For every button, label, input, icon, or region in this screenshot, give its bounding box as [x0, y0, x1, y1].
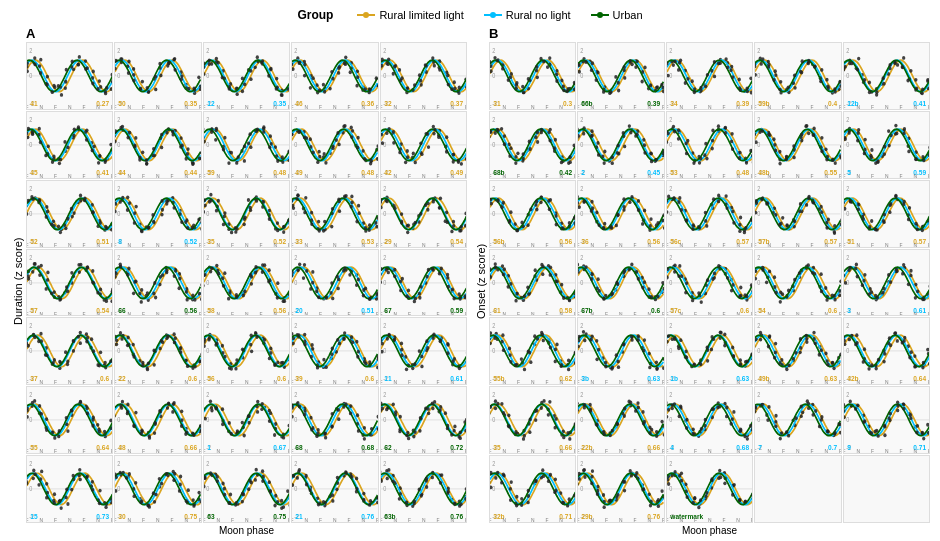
svg-text:39: 39 [295, 375, 302, 384]
svg-point-1780 [147, 504, 150, 508]
svg-text:2: 2 [669, 392, 672, 398]
svg-text:52: 52 [30, 238, 37, 247]
svg-point-210 [309, 86, 312, 90]
svg-point-549 [419, 141, 422, 145]
svg-point-328 [85, 138, 88, 142]
svg-point-608 [83, 198, 86, 202]
svg-point-1728 [86, 475, 89, 479]
svg-text:N: N [305, 310, 309, 315]
svg-text:N: N [559, 172, 563, 177]
svg-point-748 [350, 194, 353, 198]
svg-point-2380 [684, 141, 687, 145]
svg-point-3560 [801, 411, 804, 415]
svg-point-3521 [729, 422, 732, 426]
svg-point-492 [323, 152, 326, 156]
svg-point-1779 [140, 500, 143, 504]
svg-text:F: F [662, 241, 664, 246]
svg-point-911 [140, 288, 143, 292]
svg-point-2168 [761, 57, 764, 61]
svg-point-986 [263, 263, 266, 267]
svg-point-1531 [256, 410, 259, 414]
svg-point-3345 [854, 343, 857, 347]
svg-point-3437 [642, 410, 645, 414]
svg-point-3074 [913, 296, 916, 300]
svg-point-3183 [631, 335, 634, 339]
svg-point-379 [139, 156, 142, 160]
svg-point-3616 [887, 417, 890, 421]
svg-text:N: N [39, 310, 43, 315]
svg-point-3212 [723, 333, 726, 337]
svg-point-2269 [514, 155, 517, 159]
svg-point-3556 [774, 420, 777, 424]
svg-point-2829 [516, 291, 519, 295]
svg-text:N: N [619, 448, 623, 453]
svg-point-1115 [458, 296, 461, 300]
svg-point-1529 [242, 434, 245, 438]
svg-text:N: N [502, 379, 506, 384]
svg-point-1674 [450, 433, 453, 437]
svg-point-1278 [249, 334, 252, 338]
svg-text:N: N [216, 517, 220, 522]
svg-point-2174 [801, 59, 804, 63]
svg-point-547 [404, 160, 407, 164]
svg-text:0.7: 0.7 [828, 444, 837, 453]
svg-point-3374 [507, 414, 510, 418]
svg-point-3179 [605, 365, 608, 369]
svg-point-1021 [303, 262, 306, 266]
svg-text:F: F [288, 310, 290, 315]
svg-text:2: 2 [846, 117, 849, 123]
svg-point-2115 [693, 90, 696, 94]
svg-point-1473 [153, 431, 156, 435]
svg-text:2: 2 [669, 323, 672, 329]
svg-point-259 [446, 74, 449, 78]
svg-point-35 [91, 76, 94, 80]
svg-point-3745 [642, 487, 645, 491]
svg-text:F: F [464, 172, 466, 177]
svg-point-3657 [526, 501, 529, 505]
svg-point-1944 [385, 477, 388, 481]
svg-text:N: N [128, 310, 132, 315]
svg-point-713 [215, 208, 218, 212]
svg-text:N: N [393, 517, 397, 522]
svg-point-2513 [907, 149, 910, 153]
svg-point-2963 [745, 294, 748, 298]
svg-point-2729 [766, 201, 769, 205]
chart-cell: 20-2630.75FNFNFNF [203, 455, 290, 523]
svg-point-1995 [555, 72, 558, 76]
svg-point-163 [280, 93, 283, 97]
svg-text:N: N [856, 448, 860, 453]
chart-cell: 20-2410.27FNFNFNF [26, 42, 113, 110]
svg-point-441 [268, 145, 271, 149]
svg-text:N: N [305, 241, 309, 246]
svg-point-1105 [393, 274, 396, 278]
chart-cell: 20-2670.59FNFNFNF [380, 249, 467, 317]
svg-point-2258 [536, 140, 539, 144]
svg-point-3268 [813, 331, 816, 335]
svg-text:N: N [185, 310, 189, 315]
svg-point-488 [298, 129, 301, 133]
svg-point-3169 [631, 338, 634, 342]
svg-point-201 [344, 55, 347, 59]
svg-text:N: N [619, 241, 623, 246]
svg-point-3321 [882, 360, 885, 364]
svg-point-2458 [825, 158, 828, 162]
svg-text:N: N [128, 379, 132, 384]
svg-point-3018 [826, 298, 829, 302]
svg-point-2563 [516, 228, 519, 232]
svg-text:N: N [273, 448, 277, 453]
svg-point-2383 [703, 153, 706, 157]
svg-text:48: 48 [119, 444, 126, 453]
svg-text:N: N [450, 310, 454, 315]
svg-text:41: 41 [30, 100, 37, 109]
svg-text:3b: 3b [582, 375, 590, 384]
svg-point-2567 [539, 200, 542, 204]
svg-text:2: 2 [581, 461, 584, 467]
svg-point-1356 [385, 337, 388, 341]
svg-point-2616 [583, 199, 586, 203]
svg-text:2: 2 [492, 185, 495, 191]
svg-point-1055 [343, 266, 346, 270]
svg-point-2622 [623, 197, 626, 201]
svg-point-1281 [268, 357, 271, 361]
svg-text:N: N [185, 448, 189, 453]
svg-point-2668 [738, 222, 741, 226]
